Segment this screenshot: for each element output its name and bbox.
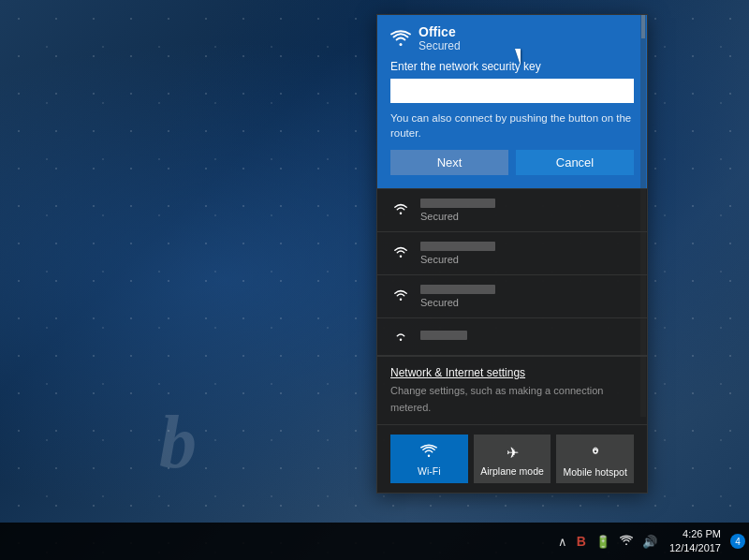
hotspot-quick-button[interactable]: Mobile hotspot xyxy=(556,435,634,483)
wifi-icon-1 xyxy=(390,201,411,219)
security-key-label: Enter the network security key xyxy=(390,60,634,73)
cancel-button[interactable]: Cancel xyxy=(516,150,634,175)
network-item-1-info: Secured xyxy=(420,199,634,222)
network-item-2[interactable]: Secured xyxy=(377,231,647,274)
network-item-3-info: Secured xyxy=(420,285,634,308)
quick-settings: Wi-Fi ✈ Airplane mode Mobile hotspot xyxy=(377,424,647,493)
wifi-icon-2 xyxy=(390,244,411,262)
network-item-2-secured: Secured xyxy=(420,254,634,265)
wifi-quick-label: Wi-Fi xyxy=(418,465,441,477)
network-item-3-secured: Secured xyxy=(420,297,634,308)
network-item-2-name xyxy=(420,242,495,251)
airplane-quick-button[interactable]: ✈ Airplane mode xyxy=(474,435,551,483)
office-network-info: Office Secured xyxy=(419,24,461,52)
wifi-large-icon xyxy=(390,30,411,47)
network-tray-icon[interactable] xyxy=(617,535,636,549)
wifi-quick-button[interactable]: Wi-Fi xyxy=(390,435,468,483)
clock-time: 4:26 PM xyxy=(669,527,721,541)
airplane-quick-icon: ✈ xyxy=(507,444,519,462)
notification-center-badge[interactable]: 4 xyxy=(730,534,745,549)
network-item-1[interactable]: Secured xyxy=(377,188,647,231)
tray-expand-icon[interactable]: ∧ xyxy=(555,535,570,549)
hotspot-quick-icon xyxy=(588,444,603,463)
notification-b-icon[interactable]: B xyxy=(574,534,589,549)
scrollbar-thumb xyxy=(641,15,645,38)
battery-icon: 🔋 xyxy=(593,535,613,549)
network-item-4-info xyxy=(420,331,634,343)
network-item-2-info: Secured xyxy=(420,242,634,265)
network-item-4[interactable] xyxy=(377,317,647,356)
network-panel: Office Secured Enter the network securit… xyxy=(376,14,648,494)
network-footer: Network & Internet settings Change setti… xyxy=(377,356,647,424)
system-tray: ∧ B 🔋 🔊 4:26 PM 12/14/2017 4 xyxy=(555,527,745,556)
wifi-icon-3 xyxy=(390,287,411,305)
wifi-quick-icon xyxy=(420,444,437,462)
hotspot-quick-label: Mobile hotspot xyxy=(564,466,627,478)
security-key-input[interactable] xyxy=(390,79,634,103)
office-network-header: Office Secured xyxy=(390,24,634,52)
network-settings-link[interactable]: Network & Internet settings xyxy=(390,366,634,379)
wifi-icon-4 xyxy=(390,328,411,346)
volume-icon[interactable]: 🔊 xyxy=(639,535,660,549)
action-buttons: Next Cancel xyxy=(390,150,634,175)
taskbar: ∧ B 🔋 🔊 4:26 PM 12/14/2017 4 xyxy=(0,523,749,560)
system-clock[interactable]: 4:26 PM 12/14/2017 xyxy=(664,527,727,556)
push-button-text: You can also connect by pushing the butt… xyxy=(390,111,634,140)
office-network-name: Office xyxy=(419,24,461,39)
svg-point-0 xyxy=(594,449,597,453)
office-network-expanded: Office Secured Enter the network securit… xyxy=(377,15,647,188)
clock-date: 12/14/2017 xyxy=(669,541,721,555)
network-settings-desc: Change settings, such as making a connec… xyxy=(390,385,603,413)
panel-scrollbar[interactable] xyxy=(640,14,646,417)
network-item-3-name xyxy=(420,285,495,294)
airplane-quick-label: Airplane mode xyxy=(480,465,544,477)
network-item-1-name xyxy=(420,199,495,208)
network-item-4-name xyxy=(420,331,467,340)
office-network-status: Secured xyxy=(419,39,461,52)
bing-logo: b xyxy=(159,400,197,485)
network-item-1-secured: Secured xyxy=(420,211,634,222)
network-item-3[interactable]: Secured xyxy=(377,274,647,317)
next-button[interactable]: Next xyxy=(390,150,508,175)
